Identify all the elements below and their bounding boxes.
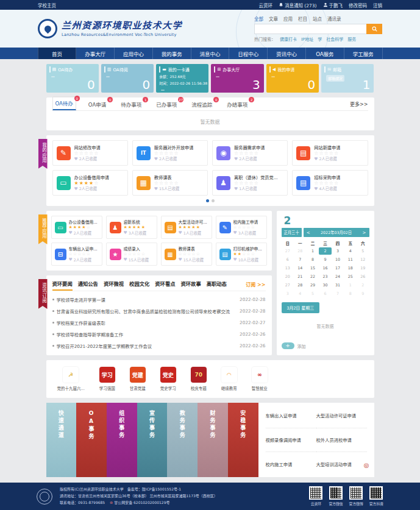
calendar-day[interactable]: 7: [332, 290, 344, 297]
quick-apply-link[interactable]: 视频录像调阅申请: [266, 428, 316, 453]
news-tab[interactable]: 资环要闻: [52, 280, 73, 291]
calendar-day[interactable]: 13: [282, 264, 294, 272]
affairs-column[interactable]: 教务事务: [167, 403, 198, 477]
hot-search-word[interactable]: 服务: [347, 36, 356, 42]
search-button[interactable]: [366, 24, 382, 34]
app-card[interactable]: ▭ 办公设备借用... ★★★★☆ ♥2人已收藏: [51, 216, 102, 239]
qr-code-item[interactable]: 官方微博: [349, 486, 363, 506]
quick-apply-link[interactable]: 校内施工申请: [266, 452, 316, 476]
nav-item[interactable]: 首页: [38, 48, 77, 59]
lunar-date-badge[interactable]: 正月三十: [282, 228, 302, 237]
calendar-day[interactable]: 14: [294, 264, 307, 272]
quick-link[interactable]: 学习 学习强国: [99, 367, 115, 391]
search-scope-tab[interactable]: 通讯录: [327, 15, 341, 22]
add-button[interactable]: +: [282, 342, 294, 349]
app-card[interactable]: ✎ 校内施工申请 ☆☆☆☆☆ ♥3人已收藏: [216, 216, 267, 239]
calendar-day[interactable]: 25: [344, 273, 357, 280]
calendar-day[interactable]: 9: [357, 290, 369, 297]
calendar-day[interactable]: 16: [319, 264, 332, 272]
calendar-day[interactable]: 17: [332, 264, 344, 272]
stat-card[interactable]: ▤OA待办 0: [46, 64, 99, 93]
affairs-column[interactable]: 组织事务: [107, 403, 137, 477]
stat-card[interactable]: ▬我的一卡通 余额：252.68元时间：2022-02-26 11:56:38: [156, 64, 208, 93]
quick-link[interactable]: ☭ 党的十九届六...: [57, 367, 85, 391]
app-card[interactable]: ▤ 大型活动许可... ★★★★★ ♥1人已收藏: [161, 216, 212, 239]
calendar-prev-icon[interactable]: <: [307, 230, 310, 235]
calendar-day[interactable]: 2: [357, 282, 369, 289]
app-card[interactable]: IT 服务器对外开放申请 ☆☆☆☆☆ ♥2人已收藏: [132, 140, 208, 166]
logout-link[interactable]: 注销: [373, 2, 382, 9]
quick-link[interactable]: 党建 甘肃党建: [130, 367, 146, 391]
nav-item[interactable]: 办事大厅: [76, 48, 115, 59]
app-card[interactable]: ▤ 招标采购申请 ☆☆☆☆☆ ♥4人已收藏: [292, 170, 368, 196]
subscribe-link[interactable]: 订阅 >>: [246, 281, 265, 290]
app-card[interactable]: ⊟ 车辆出入证申... ☆☆☆☆☆ ♥2人已收藏: [51, 243, 102, 266]
search-scope-tab[interactable]: 站点: [313, 15, 322, 22]
calendar-day[interactable]: 31: [332, 282, 344, 289]
hot-search-word[interactable]: 学: [318, 36, 322, 42]
calendar-day[interactable]: 2: [319, 247, 332, 255]
quick-apply-link[interactable]: 校外人员进校申请: [316, 428, 367, 453]
user-menu[interactable]: 于鹏飞: [323, 2, 343, 9]
change-password-link[interactable]: 修改密码: [349, 2, 367, 9]
stat-sub-badge[interactable]: [161, 90, 165, 91]
calendar-day[interactable]: 11: [344, 256, 357, 263]
calendar-day[interactable]: 28: [294, 282, 307, 289]
calendar-day[interactable]: 22: [307, 273, 319, 280]
news-tab[interactable]: 通知公告: [78, 280, 98, 291]
quick-apply-link[interactable]: 车辆出入证申请: [266, 404, 316, 428]
stat-card[interactable]: ▥OA待阅 0: [101, 64, 154, 93]
calendar-day[interactable]: 18: [344, 264, 357, 272]
calendar-day[interactable]: 6: [319, 290, 332, 297]
nav-item[interactable]: 学工服务: [344, 48, 383, 59]
app-card[interactable]: ◉ 服务器需求申请 ☆☆☆☆☆ ♥2人已收藏: [212, 140, 288, 166]
search-scope-tab[interactable]: 应用: [283, 15, 293, 22]
news-item[interactable]: 学校召开2021-2022年度第二学期教学工作会议 2022-02-26: [52, 340, 266, 352]
affairs-column[interactable]: 财务事务: [198, 403, 228, 477]
task-tab[interactable]: 流程追踪0: [189, 98, 215, 110]
calendar-day[interactable]: 1: [307, 247, 319, 255]
quick-link[interactable]: 党史 党史学习: [160, 367, 176, 391]
search-input[interactable]: [254, 24, 366, 34]
hot-search-word[interactable]: 社会科学: [326, 36, 343, 42]
news-tab[interactable]: 高职动态: [207, 280, 227, 291]
calendar-day[interactable]: 26: [357, 273, 369, 280]
calendar-day[interactable]: 29: [307, 282, 319, 289]
calendar-day[interactable]: 19: [357, 264, 369, 272]
university-logo[interactable]: 兰州资源环境职业技术大学 Lanzhou Resources&Environme…: [38, 19, 182, 38]
calendar-day[interactable]: 9: [319, 256, 332, 263]
affairs-column[interactable]: 宣传事务: [137, 403, 168, 477]
hot-search-word[interactable]: 健康打卡: [280, 36, 297, 42]
news-item[interactable]: 学校领导走进开学第一课 2022-02-28: [52, 294, 266, 305]
affairs-column[interactable]: 安稳事务: [228, 403, 258, 477]
calendar-day[interactable]: 6: [282, 256, 294, 263]
search-scope-tab[interactable]: 全部: [254, 15, 263, 22]
task-tab[interactable]: 已办事项27: [154, 98, 179, 110]
news-tab[interactable]: 资环看点: [155, 280, 175, 291]
nav-item[interactable]: 应用中心: [115, 48, 153, 59]
app-card[interactable]: ★ 成绩录入 ☆☆☆☆☆ ♥15人已收藏: [106, 243, 157, 266]
stat-sub-badge[interactable]: [51, 76, 55, 77]
calendar-day[interactable]: 12: [357, 256, 369, 263]
stat-card[interactable]: ◀我的申请 0: [266, 64, 319, 93]
search-scope-tab[interactable]: 栏目: [298, 15, 307, 22]
calendar-day[interactable]: 3: [282, 290, 294, 297]
pager-dot[interactable]: [212, 199, 215, 202]
calendar-day[interactable]: 8: [344, 290, 357, 297]
app-card[interactable]: ▦ 教师课表 ☆☆☆☆☆ ♥15人已收藏: [161, 243, 212, 266]
news-item[interactable]: 学校领导检查指导新学期准备工作 2022-02-26: [52, 328, 266, 340]
calendar-day[interactable]: 7: [294, 256, 307, 263]
app-card[interactable]: ▭ 办公设备借用申请 ★★★★☆ ♥2人已收藏: [52, 170, 128, 196]
nav-item[interactable]: 消息中心: [191, 48, 230, 59]
hot-search-word[interactable]: IP地址: [301, 36, 313, 42]
qr-code-item[interactable]: 云资环: [309, 486, 322, 506]
nav-item[interactable]: 日程中心: [229, 48, 268, 59]
task-tab[interactable]: OA申请0: [86, 98, 109, 110]
calendar-day[interactable]: 5: [357, 247, 369, 255]
calendar-day[interactable]: 8: [307, 256, 319, 263]
calendar-day[interactable]: 3: [332, 247, 344, 255]
quick-link[interactable]: ◠ 继续教育: [221, 367, 237, 391]
affairs-column[interactable]: OA事务: [76, 403, 107, 477]
app-card[interactable]: ♟ 迎新系统 ★★★★★ ♥3人已收藏: [106, 216, 157, 239]
quick-link[interactable]: 70 校庆专题: [191, 367, 207, 391]
